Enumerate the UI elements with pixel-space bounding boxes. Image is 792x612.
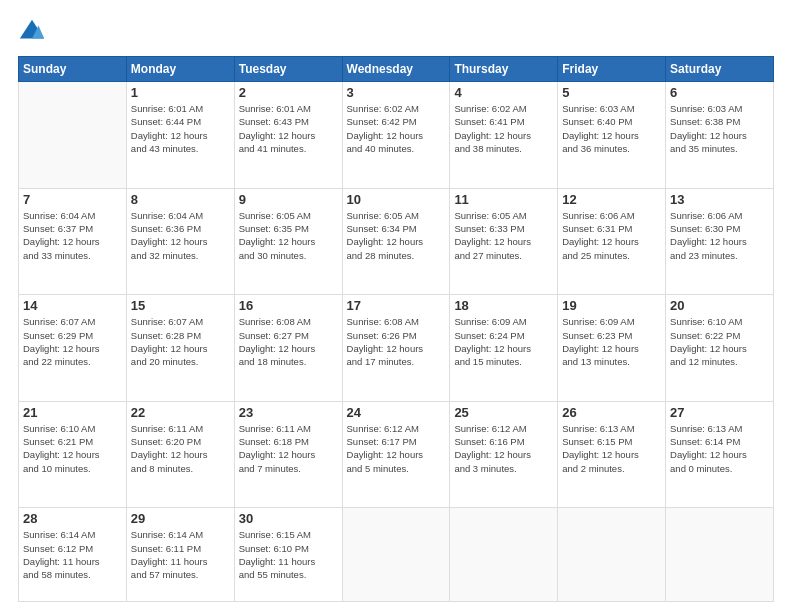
- logo: [18, 18, 50, 46]
- calendar-cell: 12Sunrise: 6:06 AM Sunset: 6:31 PM Dayli…: [558, 188, 666, 295]
- day-number: 15: [131, 298, 230, 313]
- day-number: 18: [454, 298, 553, 313]
- day-info: Sunrise: 6:15 AM Sunset: 6:10 PM Dayligh…: [239, 528, 338, 581]
- calendar-cell: 25Sunrise: 6:12 AM Sunset: 6:16 PM Dayli…: [450, 401, 558, 508]
- calendar-cell: 14Sunrise: 6:07 AM Sunset: 6:29 PM Dayli…: [19, 295, 127, 402]
- day-number: 26: [562, 405, 661, 420]
- calendar-cell: 21Sunrise: 6:10 AM Sunset: 6:21 PM Dayli…: [19, 401, 127, 508]
- day-number: 8: [131, 192, 230, 207]
- day-number: 9: [239, 192, 338, 207]
- calendar-cell: 17Sunrise: 6:08 AM Sunset: 6:26 PM Dayli…: [342, 295, 450, 402]
- weekday-header-row: SundayMondayTuesdayWednesdayThursdayFrid…: [19, 57, 774, 82]
- day-number: 28: [23, 511, 122, 526]
- weekday-header-friday: Friday: [558, 57, 666, 82]
- day-info: Sunrise: 6:02 AM Sunset: 6:42 PM Dayligh…: [347, 102, 446, 155]
- day-info: Sunrise: 6:11 AM Sunset: 6:18 PM Dayligh…: [239, 422, 338, 475]
- day-info: Sunrise: 6:06 AM Sunset: 6:31 PM Dayligh…: [562, 209, 661, 262]
- calendar-cell: [450, 508, 558, 602]
- day-number: 19: [562, 298, 661, 313]
- day-info: Sunrise: 6:13 AM Sunset: 6:15 PM Dayligh…: [562, 422, 661, 475]
- day-number: 7: [23, 192, 122, 207]
- day-info: Sunrise: 6:01 AM Sunset: 6:44 PM Dayligh…: [131, 102, 230, 155]
- weekday-header-thursday: Thursday: [450, 57, 558, 82]
- calendar-cell: 16Sunrise: 6:08 AM Sunset: 6:27 PM Dayli…: [234, 295, 342, 402]
- week-row-1: 1Sunrise: 6:01 AM Sunset: 6:44 PM Daylig…: [19, 82, 774, 189]
- calendar-cell: 27Sunrise: 6:13 AM Sunset: 6:14 PM Dayli…: [666, 401, 774, 508]
- weekday-header-saturday: Saturday: [666, 57, 774, 82]
- weekday-header-monday: Monday: [126, 57, 234, 82]
- calendar-cell: [19, 82, 127, 189]
- day-number: 6: [670, 85, 769, 100]
- day-number: 20: [670, 298, 769, 313]
- weekday-header-wednesday: Wednesday: [342, 57, 450, 82]
- calendar-cell: 23Sunrise: 6:11 AM Sunset: 6:18 PM Dayli…: [234, 401, 342, 508]
- day-info: Sunrise: 6:13 AM Sunset: 6:14 PM Dayligh…: [670, 422, 769, 475]
- calendar-cell: 20Sunrise: 6:10 AM Sunset: 6:22 PM Dayli…: [666, 295, 774, 402]
- day-number: 5: [562, 85, 661, 100]
- weekday-header-tuesday: Tuesday: [234, 57, 342, 82]
- calendar-cell: 7Sunrise: 6:04 AM Sunset: 6:37 PM Daylig…: [19, 188, 127, 295]
- day-info: Sunrise: 6:09 AM Sunset: 6:23 PM Dayligh…: [562, 315, 661, 368]
- day-info: Sunrise: 6:06 AM Sunset: 6:30 PM Dayligh…: [670, 209, 769, 262]
- day-number: 11: [454, 192, 553, 207]
- day-info: Sunrise: 6:05 AM Sunset: 6:33 PM Dayligh…: [454, 209, 553, 262]
- day-info: Sunrise: 6:10 AM Sunset: 6:21 PM Dayligh…: [23, 422, 122, 475]
- day-number: 2: [239, 85, 338, 100]
- calendar-cell: [342, 508, 450, 602]
- calendar-cell: 26Sunrise: 6:13 AM Sunset: 6:15 PM Dayli…: [558, 401, 666, 508]
- day-info: Sunrise: 6:14 AM Sunset: 6:12 PM Dayligh…: [23, 528, 122, 581]
- calendar-cell: 8Sunrise: 6:04 AM Sunset: 6:36 PM Daylig…: [126, 188, 234, 295]
- day-info: Sunrise: 6:04 AM Sunset: 6:36 PM Dayligh…: [131, 209, 230, 262]
- header: [18, 18, 774, 46]
- day-info: Sunrise: 6:08 AM Sunset: 6:26 PM Dayligh…: [347, 315, 446, 368]
- day-info: Sunrise: 6:11 AM Sunset: 6:20 PM Dayligh…: [131, 422, 230, 475]
- day-number: 10: [347, 192, 446, 207]
- day-info: Sunrise: 6:03 AM Sunset: 6:40 PM Dayligh…: [562, 102, 661, 155]
- day-number: 3: [347, 85, 446, 100]
- calendar-cell: 10Sunrise: 6:05 AM Sunset: 6:34 PM Dayli…: [342, 188, 450, 295]
- calendar-cell: 29Sunrise: 6:14 AM Sunset: 6:11 PM Dayli…: [126, 508, 234, 602]
- day-info: Sunrise: 6:07 AM Sunset: 6:29 PM Dayligh…: [23, 315, 122, 368]
- weekday-header-sunday: Sunday: [19, 57, 127, 82]
- day-number: 16: [239, 298, 338, 313]
- calendar-cell: 15Sunrise: 6:07 AM Sunset: 6:28 PM Dayli…: [126, 295, 234, 402]
- day-info: Sunrise: 6:05 AM Sunset: 6:35 PM Dayligh…: [239, 209, 338, 262]
- calendar-cell: [666, 508, 774, 602]
- calendar-table: SundayMondayTuesdayWednesdayThursdayFrid…: [18, 56, 774, 602]
- calendar-cell: 30Sunrise: 6:15 AM Sunset: 6:10 PM Dayli…: [234, 508, 342, 602]
- calendar-cell: 1Sunrise: 6:01 AM Sunset: 6:44 PM Daylig…: [126, 82, 234, 189]
- calendar-cell: 13Sunrise: 6:06 AM Sunset: 6:30 PM Dayli…: [666, 188, 774, 295]
- calendar-cell: 3Sunrise: 6:02 AM Sunset: 6:42 PM Daylig…: [342, 82, 450, 189]
- calendar-cell: [558, 508, 666, 602]
- logo-icon: [18, 18, 46, 46]
- calendar-cell: 9Sunrise: 6:05 AM Sunset: 6:35 PM Daylig…: [234, 188, 342, 295]
- day-info: Sunrise: 6:05 AM Sunset: 6:34 PM Dayligh…: [347, 209, 446, 262]
- calendar-cell: 19Sunrise: 6:09 AM Sunset: 6:23 PM Dayli…: [558, 295, 666, 402]
- calendar-cell: 22Sunrise: 6:11 AM Sunset: 6:20 PM Dayli…: [126, 401, 234, 508]
- page: SundayMondayTuesdayWednesdayThursdayFrid…: [0, 0, 792, 612]
- calendar-cell: 2Sunrise: 6:01 AM Sunset: 6:43 PM Daylig…: [234, 82, 342, 189]
- day-number: 4: [454, 85, 553, 100]
- calendar-cell: 4Sunrise: 6:02 AM Sunset: 6:41 PM Daylig…: [450, 82, 558, 189]
- week-row-5: 28Sunrise: 6:14 AM Sunset: 6:12 PM Dayli…: [19, 508, 774, 602]
- day-number: 12: [562, 192, 661, 207]
- day-info: Sunrise: 6:09 AM Sunset: 6:24 PM Dayligh…: [454, 315, 553, 368]
- day-number: 21: [23, 405, 122, 420]
- calendar-cell: 28Sunrise: 6:14 AM Sunset: 6:12 PM Dayli…: [19, 508, 127, 602]
- day-info: Sunrise: 6:03 AM Sunset: 6:38 PM Dayligh…: [670, 102, 769, 155]
- day-info: Sunrise: 6:08 AM Sunset: 6:27 PM Dayligh…: [239, 315, 338, 368]
- calendar-cell: 6Sunrise: 6:03 AM Sunset: 6:38 PM Daylig…: [666, 82, 774, 189]
- day-number: 13: [670, 192, 769, 207]
- day-info: Sunrise: 6:12 AM Sunset: 6:16 PM Dayligh…: [454, 422, 553, 475]
- day-info: Sunrise: 6:07 AM Sunset: 6:28 PM Dayligh…: [131, 315, 230, 368]
- day-number: 25: [454, 405, 553, 420]
- day-number: 1: [131, 85, 230, 100]
- calendar-cell: 5Sunrise: 6:03 AM Sunset: 6:40 PM Daylig…: [558, 82, 666, 189]
- week-row-2: 7Sunrise: 6:04 AM Sunset: 6:37 PM Daylig…: [19, 188, 774, 295]
- day-info: Sunrise: 6:01 AM Sunset: 6:43 PM Dayligh…: [239, 102, 338, 155]
- day-number: 17: [347, 298, 446, 313]
- day-number: 29: [131, 511, 230, 526]
- day-number: 14: [23, 298, 122, 313]
- day-info: Sunrise: 6:04 AM Sunset: 6:37 PM Dayligh…: [23, 209, 122, 262]
- day-number: 22: [131, 405, 230, 420]
